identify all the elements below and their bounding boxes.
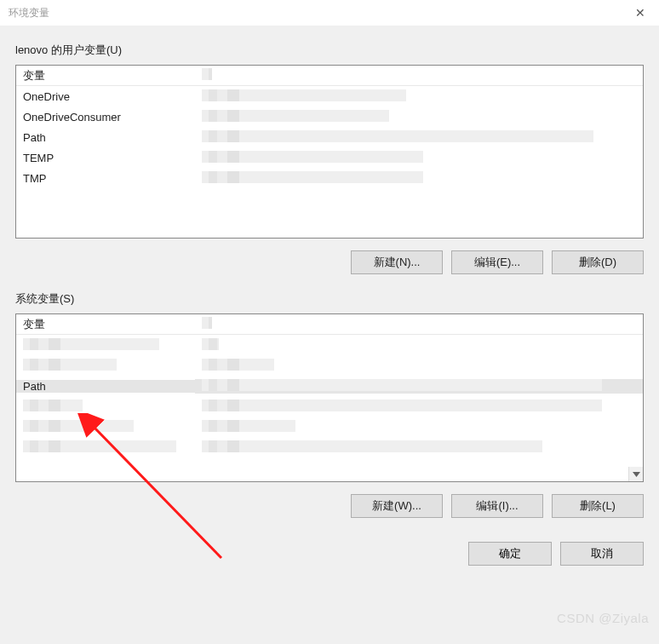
user-vars-header: 变量	[16, 66, 643, 86]
scroll-down-icon[interactable]	[628, 467, 643, 481]
var-name: TEMP	[16, 152, 195, 164]
table-row[interactable]: TMP	[16, 168, 643, 188]
var-value	[195, 420, 643, 434]
var-name: Path	[16, 131, 195, 144]
var-name	[16, 420, 195, 434]
system-edit-button[interactable]: 编辑(I)...	[451, 494, 543, 518]
titlebar: 环境变量 ✕	[0, 0, 659, 26]
var-value	[195, 110, 643, 124]
table-row[interactable]	[16, 335, 643, 355]
ok-button[interactable]: 确定	[468, 542, 552, 566]
var-name: Path	[16, 380, 195, 393]
table-row[interactable]: Path	[16, 127, 643, 147]
column-header-value[interactable]	[195, 68, 643, 83]
close-button[interactable]: ✕	[621, 0, 659, 26]
var-value	[195, 89, 643, 104]
var-value	[195, 400, 643, 414]
system-delete-button[interactable]: 删除(L)	[552, 494, 644, 518]
table-row-path[interactable]: Path	[16, 376, 643, 396]
system-vars-buttons: 新建(W)... 编辑(I)... 删除(L)	[15, 494, 644, 518]
user-edit-button[interactable]: 编辑(E)...	[451, 250, 543, 274]
user-vars-listbox[interactable]: 变量 OneDrive OneDriveConsumer Path TEMP T…	[15, 65, 644, 239]
cancel-button[interactable]: 取消	[560, 542, 644, 566]
var-name	[16, 400, 195, 414]
column-header-variable[interactable]: 变量	[16, 68, 195, 83]
var-name	[16, 359, 195, 373]
close-icon: ✕	[635, 6, 645, 20]
var-name: OneDrive	[16, 90, 195, 103]
table-row[interactable]	[16, 437, 643, 457]
table-row[interactable]: TEMP	[16, 147, 643, 168]
system-new-button[interactable]: 新建(W)...	[351, 494, 443, 518]
system-vars-listbox[interactable]: 变量 Path	[15, 313, 644, 482]
var-value	[195, 130, 643, 145]
system-vars-label: 系统变量(S)	[15, 291, 644, 307]
var-value	[195, 440, 643, 455]
user-vars-buttons: 新建(N)... 编辑(E)... 删除(D)	[15, 250, 644, 274]
var-name	[16, 440, 195, 455]
window-title: 环境变量	[9, 6, 49, 20]
var-name: TMP	[16, 172, 195, 185]
var-value	[195, 359, 643, 373]
var-value	[195, 151, 643, 165]
table-row[interactable]: OneDriveConsumer	[16, 106, 643, 127]
table-row[interactable]	[16, 355, 643, 376]
user-delete-button[interactable]: 删除(D)	[552, 250, 644, 274]
var-name: OneDriveConsumer	[16, 111, 195, 124]
watermark: CSDN @Ziyala	[557, 611, 649, 625]
column-header-variable[interactable]: 变量	[16, 317, 195, 332]
var-value	[195, 338, 643, 353]
var-value	[195, 379, 643, 394]
dialog-body: lenovo 的用户变量(U) 变量 OneDrive OneDriveCons…	[0, 26, 659, 644]
var-name	[16, 338, 195, 353]
user-new-button[interactable]: 新建(N)...	[351, 250, 443, 274]
table-row[interactable]	[16, 396, 643, 417]
dialog-footer: 确定 取消	[15, 542, 644, 566]
var-value	[195, 171, 643, 186]
system-vars-header: 变量	[16, 314, 643, 335]
column-header-value[interactable]	[195, 317, 643, 331]
table-row[interactable]: OneDrive	[16, 86, 643, 106]
table-row[interactable]	[16, 417, 643, 437]
user-vars-label: lenovo 的用户变量(U)	[15, 43, 644, 58]
